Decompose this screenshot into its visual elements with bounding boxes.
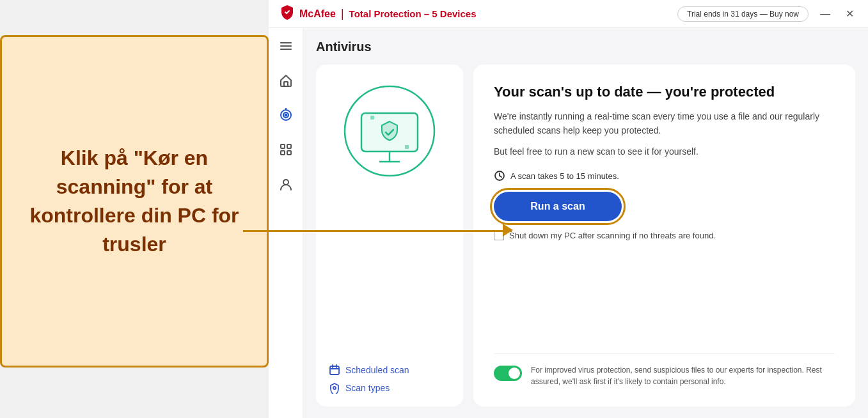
svg-point-23 [333,387,336,389]
svg-rect-9 [287,144,291,148]
mcafee-shield-icon [279,4,296,24]
svg-rect-18 [405,145,409,149]
sidebar-antivirus-icon[interactable] [276,105,296,125]
sidebar-menu-icon[interactable] [276,36,296,56]
svg-rect-11 [287,151,291,155]
title-divider: | [341,7,344,20]
title-bar: McAfee | Total Protection – 5 Devices Tr… [269,0,868,28]
toggle-knob [509,368,520,379]
scan-time-note: A scan takes 5 to 15 minutes. [494,170,835,182]
virus-protection-toggle[interactable] [494,366,522,381]
shield-icon [329,382,340,394]
arrow-line [243,230,512,232]
app-window: McAfee | Total Protection – 5 Devices Tr… [269,0,868,418]
sidebar-account-icon[interactable] [276,174,296,194]
annotation-arrow [243,211,512,249]
svg-rect-3 [284,82,288,86]
annotation-text: Klik på "Kør en scanning" for at kontrol… [21,144,248,258]
right-card-desc2: But feel free to run a new scan to see i… [494,144,835,159]
close-button[interactable]: ✕ [842,6,858,21]
run-scan-button[interactable]: Run a scan [494,192,622,221]
product-title: Total Protection – 5 Devices [349,8,477,19]
right-card-title: Your scan's up to date — you're protecte… [494,84,835,100]
toggle-description: For improved virus protection, send susp… [531,364,835,387]
scan-illustration [338,80,441,182]
spacer [494,253,835,353]
svg-rect-10 [281,151,285,155]
sidebar-apps-icon[interactable] [276,139,296,160]
scan-types-link[interactable]: Scan types [329,382,450,394]
calendar-icon [329,364,340,376]
svg-point-12 [283,180,288,185]
minimize-button[interactable]: — [816,7,834,21]
clock-icon [494,170,505,182]
toggle-row: For improved virus protection, send susp… [494,353,835,387]
brand-name: McAfee [299,8,336,20]
left-card-links: Scheduled scan Scan types [329,364,450,394]
trial-badge[interactable]: Trial ends in 31 days — Buy now [677,6,809,22]
page-title: Antivirus [316,40,855,54]
scheduled-scan-link[interactable]: Scheduled scan [329,364,450,376]
svg-rect-17 [370,116,374,120]
svg-rect-8 [281,144,285,148]
right-card-desc1: We're instantly running a real-time scan… [494,109,835,138]
mcafee-logo: McAfee [279,4,336,24]
shutdown-label: Shut down my PC after scanning if no thr… [509,231,716,240]
shutdown-row: Shut down my PC after scanning if no thr… [494,230,835,240]
title-bar-right: Trial ends in 31 days — Buy now — ✕ [677,6,858,22]
svg-point-6 [285,114,287,116]
svg-rect-19 [330,366,339,375]
sidebar-home-icon[interactable] [276,70,296,91]
arrow-head [503,224,513,236]
annotation-box: Klik på "Kør en scanning" for at kontrol… [0,35,269,368]
right-card: Your scan's up to date — you're protecte… [473,65,855,406]
